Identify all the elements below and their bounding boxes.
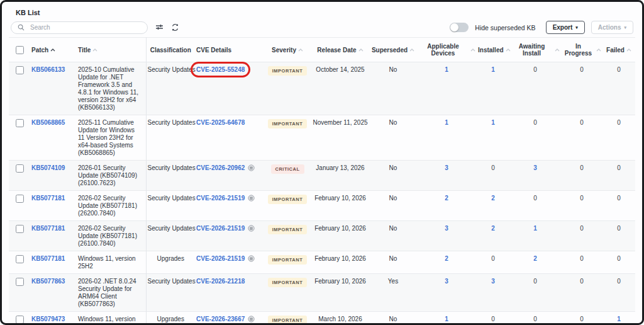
column-header-in-progress[interactable]: In Progress bbox=[561, 38, 602, 62]
cve-link[interactable]: CVE-2026-21218 bbox=[196, 278, 245, 285]
column-header-applicable-devices[interactable]: Applicable Devices bbox=[416, 38, 477, 62]
in-progress-count: 0 bbox=[580, 195, 584, 202]
installed-count[interactable]: 2 bbox=[491, 225, 495, 232]
column-header-cve-details: CVE Details bbox=[195, 38, 264, 62]
failed-count: 0 bbox=[617, 164, 621, 171]
cve-link[interactable]: CVE-2026-23667 bbox=[196, 316, 245, 322]
select-all-checkbox[interactable] bbox=[16, 46, 24, 54]
actions-button[interactable]: Actions▾ bbox=[591, 21, 633, 34]
sort-caret-icon bbox=[298, 48, 303, 52]
awaiting-install-count[interactable]: 2 bbox=[533, 255, 537, 262]
patch-link[interactable]: KB5077863 bbox=[31, 278, 65, 285]
patch-link[interactable]: KB5077181 bbox=[31, 195, 65, 202]
patch-title: 2026-01 Security Update (KB5074109) (261… bbox=[78, 164, 145, 187]
row-checkbox[interactable] bbox=[16, 66, 24, 74]
cve-link[interactable]: CVE-2025-64678 bbox=[196, 119, 245, 126]
sort-caret-icon bbox=[470, 48, 475, 52]
failed-count: 0 bbox=[617, 119, 621, 126]
patch-title: 2026-02 .NET 8.0.24 Security Update for … bbox=[78, 278, 145, 308]
export-button[interactable]: Export▾ bbox=[546, 21, 585, 34]
classification-text: Security Updates bbox=[148, 66, 196, 73]
classification-text: Security Updates bbox=[148, 225, 196, 232]
column-header-superseded[interactable]: Superseded bbox=[370, 38, 416, 62]
table-header-row: PatchTitleClassificationCVE DetailsSever… bbox=[9, 38, 635, 62]
in-progress-count: 0 bbox=[580, 119, 584, 126]
cve-annotation-highlight: CVE-2025-55248 bbox=[196, 66, 245, 73]
release-date-text: March 10, 2026 bbox=[318, 316, 362, 322]
column-header-title[interactable]: Title bbox=[77, 38, 146, 62]
cve-link[interactable]: CVE-2026-20962 bbox=[196, 164, 245, 171]
patch-link[interactable]: KB5068865 bbox=[31, 119, 65, 126]
filter-icon[interactable] bbox=[155, 24, 164, 31]
more-cves-icon[interactable] bbox=[248, 255, 255, 262]
patch-title: 2026-02 Security Update (KB5077181) (262… bbox=[78, 195, 145, 217]
more-cves-icon[interactable] bbox=[248, 164, 255, 171]
failed-count: 0 bbox=[617, 66, 621, 73]
row-checkbox[interactable] bbox=[16, 225, 24, 233]
applicable-devices-count[interactable]: 1 bbox=[445, 316, 448, 322]
awaiting-install-count: 0 bbox=[533, 119, 537, 126]
patch-link[interactable]: KB5066133 bbox=[31, 66, 65, 73]
in-progress-count: 0 bbox=[580, 316, 584, 322]
awaiting-install-count: 0 bbox=[533, 316, 537, 322]
cve-link[interactable]: CVE-2026-21519 bbox=[196, 255, 245, 262]
table-row: KB50741092026-01 Security Update (KB5074… bbox=[9, 161, 635, 191]
release-date-text: February 10, 2026 bbox=[314, 225, 366, 232]
page-title: KB List bbox=[2, 2, 642, 16]
cve-link[interactable]: CVE-2025-55248 bbox=[196, 66, 245, 73]
column-header-patch[interactable]: Patch bbox=[30, 38, 77, 62]
patch-link[interactable]: KB5077181 bbox=[31, 255, 65, 262]
column-header-failed[interactable]: Failed bbox=[602, 38, 635, 62]
failed-count: 0 bbox=[617, 278, 621, 285]
applicable-devices-count[interactable]: 3 bbox=[445, 278, 448, 285]
superseded-text: No bbox=[389, 255, 397, 262]
more-cves-icon[interactable] bbox=[248, 195, 255, 202]
row-checkbox[interactable] bbox=[16, 195, 24, 203]
patch-title: 2025-11 Cumulative Update for Windows 11… bbox=[78, 119, 145, 157]
cve-link[interactable]: CVE-2026-21519 bbox=[196, 195, 245, 202]
sort-caret-icon bbox=[50, 48, 55, 52]
column-header-severity[interactable]: Severity bbox=[264, 38, 311, 62]
refresh-icon[interactable] bbox=[171, 23, 179, 31]
superseded-text: No bbox=[389, 164, 397, 171]
installed-count[interactable]: 2 bbox=[491, 195, 495, 202]
installed-count[interactable]: 1 bbox=[491, 119, 495, 126]
more-cves-icon[interactable] bbox=[248, 316, 255, 322]
release-date-text: February 10, 2026 bbox=[314, 195, 366, 202]
applicable-devices-count[interactable]: 1 bbox=[445, 66, 448, 73]
installed-count[interactable]: 1 bbox=[491, 66, 495, 73]
column-header-installed[interactable]: Installed bbox=[477, 38, 509, 62]
applicable-devices-count[interactable]: 3 bbox=[445, 164, 448, 171]
row-checkbox[interactable] bbox=[16, 255, 24, 263]
more-cves-icon[interactable] bbox=[248, 225, 255, 232]
installed-count[interactable]: 3 bbox=[491, 278, 495, 285]
classification-text: Upgrades bbox=[157, 316, 184, 322]
search-box[interactable] bbox=[11, 21, 148, 34]
search-input[interactable] bbox=[29, 23, 141, 31]
failed-count[interactable]: 1 bbox=[617, 316, 621, 322]
sort-caret-icon bbox=[626, 48, 631, 52]
patch-link[interactable]: KB5079473 bbox=[31, 316, 65, 322]
awaiting-install-count[interactable]: 1 bbox=[533, 225, 537, 232]
row-checkbox[interactable] bbox=[16, 316, 24, 324]
installed-count: 0 bbox=[491, 316, 495, 322]
hide-superseded-label: Hide superseded KB bbox=[475, 24, 535, 31]
applicable-devices-count[interactable]: 3 bbox=[445, 225, 448, 232]
chevron-down-icon: ▾ bbox=[575, 25, 578, 30]
patch-link[interactable]: KB5077181 bbox=[31, 225, 65, 232]
cve-link[interactable]: CVE-2026-21519 bbox=[196, 225, 245, 232]
column-header-release-date[interactable]: Release Date bbox=[311, 38, 370, 62]
superseded-text: Yes bbox=[388, 278, 398, 285]
hide-superseded-toggle[interactable] bbox=[450, 23, 469, 32]
row-checkbox[interactable] bbox=[16, 164, 24, 173]
applicable-devices-count[interactable]: 2 bbox=[445, 195, 448, 202]
applicable-devices-count[interactable]: 2 bbox=[445, 255, 448, 262]
applicable-devices-count[interactable]: 1 bbox=[445, 119, 448, 126]
patch-link[interactable]: KB5074109 bbox=[31, 164, 65, 171]
column-header-awaiting-install[interactable]: Awaiting Install bbox=[509, 38, 561, 62]
row-checkbox[interactable] bbox=[16, 119, 24, 127]
row-checkbox[interactable] bbox=[16, 278, 24, 286]
awaiting-install-count[interactable]: 3 bbox=[533, 164, 537, 171]
sort-caret-icon bbox=[409, 48, 414, 52]
severity-badge: IMPORTANT bbox=[268, 66, 308, 76]
